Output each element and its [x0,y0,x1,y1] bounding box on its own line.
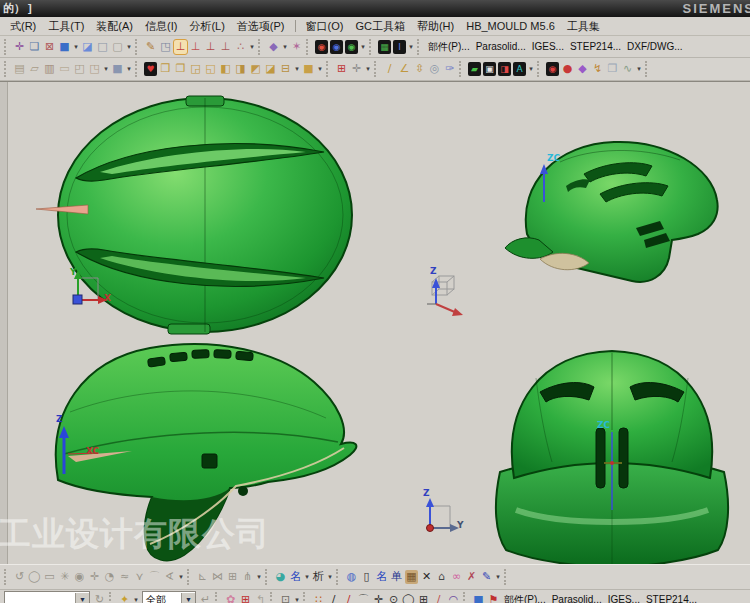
save-part-icon[interactable]: ▤ [13,62,26,76]
menu-item-0[interactable]: 式(R) [4,18,42,35]
mold-feature-6-icon[interactable]: ◨ [234,62,247,76]
dropdown-arrow-icon[interactable]: ▾ [72,43,80,51]
highlight-brain-icon[interactable]: ✿ [224,593,237,603]
delete-x-icon[interactable]: ✕ [420,570,433,584]
dropdown-arrow-icon[interactable]: ▾ [125,43,133,51]
snap-endpoint-icon[interactable]: ∕ [327,593,340,603]
export-button-2[interactable]: IGES... [605,592,643,603]
add-component-icon[interactable]: ⊞ [335,62,348,76]
selection-filter-combo[interactable]: 全部 ▼ [142,591,196,603]
snap-tangent-icon[interactable]: ∕ [432,593,445,603]
snap-wave-icon[interactable]: ≈ [118,570,131,584]
shaded-view-icon[interactable]: ■ [58,40,71,54]
analysis-sphere-icon[interactable]: ● [561,62,574,76]
shaded-edges-view-icon[interactable]: ◪ [81,40,94,54]
true-shading-blue-icon[interactable]: ◉ [330,40,343,54]
snap-angle-icon[interactable]: ∢ [163,570,176,584]
mold-feature-3-icon[interactable]: ◲ [189,62,202,76]
mold-feature-7-icon[interactable]: ◩ [249,62,262,76]
gc-check-3-icon[interactable]: ⊞ [226,570,239,584]
mold-feature-4-icon[interactable]: ◱ [204,62,217,76]
stamp-tool-icon[interactable]: ◰ [73,62,86,76]
snap-midpoint-icon[interactable]: ∕ [342,593,355,603]
snap-pie-icon[interactable]: ◔ [103,570,116,584]
export-button-1[interactable]: Parasolid... [473,39,529,55]
export-button-2[interactable]: IGES... [529,39,567,55]
session-flag-icon[interactable]: ⚑ [487,593,500,603]
measure-body-icon[interactable]: ◎ [428,62,441,76]
true-shading-green-icon[interactable]: ◉ [345,40,358,54]
csys-dynamic-icon[interactable]: ⊥ [174,40,187,54]
snap-rollback-icon[interactable]: ↺ [13,570,26,584]
csys-plane-icon[interactable]: ⊥ [219,40,232,54]
repair-tools-icon[interactable]: ✗ [465,570,478,584]
chevron-down-icon[interactable]: ▼ [75,593,89,603]
command-finder-combo[interactable]: ▼ [4,591,90,603]
snap-curve-icon[interactable]: ⌒ [357,593,370,603]
menu-item-5[interactable]: 首选项(P) [231,18,291,35]
display-section-icon[interactable]: ◨ [498,62,511,76]
snap-rect-gray-icon[interactable]: ▭ [43,570,56,584]
blank-style-icon[interactable]: ▢ [111,40,124,54]
snap-cross-icon[interactable]: ✛ [88,570,101,584]
export-button-4[interactable]: DXF/DWG... [624,39,686,55]
add-favorite-icon[interactable]: ✦ [118,593,131,603]
eraser-icon[interactable]: ▭ [58,62,71,76]
dropdown-arrow-icon[interactable]: ▾ [293,65,301,73]
display-text-icon[interactable]: A [513,62,526,76]
return-arrow-icon[interactable]: ↵ [199,593,212,603]
dropdown-arrow-icon[interactable]: ▾ [364,65,372,73]
part-navigator-cube-icon[interactable]: ■ [472,593,485,603]
export-button-3[interactable]: STEP214... [567,39,624,55]
dropdown-arrow-icon[interactable]: ▾ [255,573,263,581]
mold-feature-1-icon[interactable]: ❒ [159,62,172,76]
dropdown-arrow-icon[interactable]: ▾ [316,65,324,73]
snap-branch-icon[interactable]: ⋎ [133,570,146,584]
color-filter-icon[interactable]: ◕ [274,570,287,584]
sweep-curve-icon[interactable]: ✶ [290,40,303,54]
close-window-icon[interactable]: ⊠ [43,40,56,54]
lamp-icon[interactable]: ⌂ [435,570,448,584]
analysis-gem-icon[interactable]: ◆ [576,62,589,76]
datum-plane-icon[interactable]: ◳ [159,40,172,54]
wireframe-view-icon[interactable]: □ [96,40,109,54]
name-tool-icon[interactable]: 名 [289,570,302,584]
dropdown-arrow-icon[interactable]: ▾ [359,43,367,51]
info-window-icon[interactable]: I [393,40,406,54]
snap-axis-icon[interactable]: ✛ [372,593,385,603]
measure-height-icon[interactable]: ⇳ [413,62,426,76]
dropdown-arrow-icon[interactable]: ▾ [177,573,185,581]
visibility-eye-icon[interactable]: ◉ [73,570,86,584]
csys-origin-icon[interactable]: ⊥ [189,40,202,54]
snap-sphere-icon[interactable]: ◠ [447,593,460,603]
dropdown-arrow-icon[interactable]: ▾ [326,573,334,581]
part-cube-icon[interactable]: ■ [111,62,124,76]
list-sheet-icon[interactable]: 单 [390,570,403,584]
export-button-0[interactable]: 部件(P)... [501,592,549,603]
gc-check-1-icon[interactable]: ⊾ [196,570,209,584]
export-button-1[interactable]: Parasolid... [549,592,605,603]
snap-burst-icon[interactable]: ✳ [58,570,71,584]
display-shaded-icon[interactable]: ▣ [483,62,496,76]
orient-view-icon[interactable]: ✛ [13,40,26,54]
chevron-down-icon[interactable]: ▼ [181,593,195,603]
menu-item-2[interactable]: 装配(A) [90,18,139,35]
dropdown-arrow-icon[interactable]: ▾ [635,65,643,73]
export-tool-icon[interactable]: ◳ [88,62,101,76]
dropdown-arrow-icon[interactable]: ▾ [132,596,140,603]
dropdown-arrow-icon[interactable]: ▾ [494,573,502,581]
name-list-icon[interactable]: 名 [375,570,388,584]
csys-rotate-icon[interactable]: ⊥ [204,40,217,54]
mold-feature-8-icon[interactable]: ◪ [264,62,277,76]
snap-point-icon[interactable]: ∷ [312,593,325,603]
analysis-box-icon[interactable]: ❐ [606,62,619,76]
arrow-up-left-icon[interactable]: ↰ [254,593,267,603]
menu-item-10[interactable]: HB_MOULD M5.6 [460,19,561,33]
dropdown-arrow-icon[interactable]: ▾ [293,596,301,603]
measure-angle-icon[interactable]: ∠ [398,62,411,76]
menu-item-7[interactable]: 窗口(O) [300,18,350,35]
dropdown-arrow-icon[interactable]: ▾ [102,65,110,73]
gc-check-2-icon[interactable]: ⋈ [211,570,224,584]
menu-item-11[interactable]: 工具集 [561,18,606,35]
refresh-icon[interactable]: ↻ [93,593,106,603]
